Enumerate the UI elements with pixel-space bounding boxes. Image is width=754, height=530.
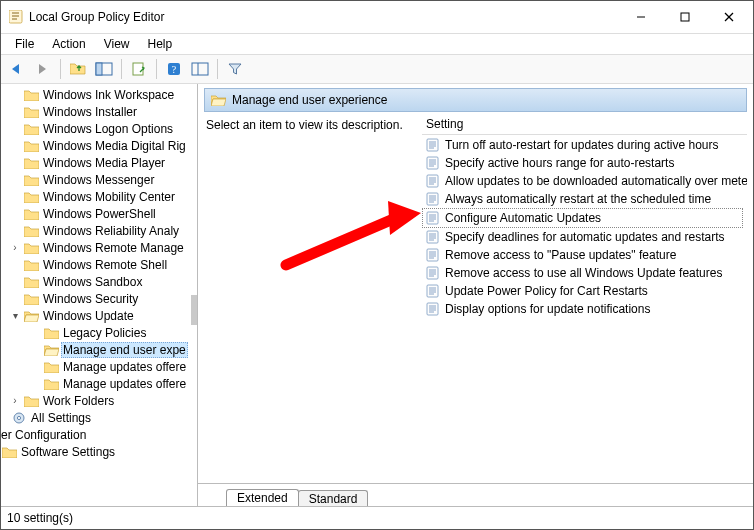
folder-icon — [23, 156, 39, 170]
svg-rect-16 — [96, 63, 102, 75]
list-item[interactable]: Update Power Policy for Cart Restarts — [422, 282, 747, 300]
details-header: Manage end user experience — [204, 88, 747, 112]
folder-icon — [23, 394, 39, 408]
tree-item[interactable]: Windows Logon Options — [1, 120, 197, 137]
menubar: File Action View Help — [1, 34, 753, 54]
list-item[interactable]: Remove access to "Pause updates" feature — [422, 246, 747, 264]
settings-list: Setting Turn off auto-restart for update… — [422, 114, 747, 483]
show-hide-tree-button[interactable] — [92, 57, 116, 81]
folder-icon — [23, 275, 39, 289]
list-item-label: Specify active hours range for auto-rest… — [445, 156, 674, 170]
tree-scrollbar[interactable] — [191, 295, 197, 325]
tab-extended[interactable]: Extended — [226, 489, 299, 506]
menu-action[interactable]: Action — [44, 36, 93, 52]
tab-standard-label: Standard — [309, 492, 358, 506]
export-button[interactable] — [127, 57, 151, 81]
tree-item-label: Manage updates offere — [63, 360, 186, 374]
tree-item[interactable]: Windows Installer — [1, 103, 197, 120]
tree-item[interactable]: Windows Remote Shell — [1, 256, 197, 273]
folder-icon — [23, 309, 39, 323]
tree-item[interactable]: Windows Security — [1, 290, 197, 307]
folder-icon — [23, 224, 39, 238]
folder-icon — [23, 190, 39, 204]
policy-icon — [426, 230, 440, 244]
tree-item[interactable]: ▾Windows Update — [1, 307, 197, 324]
folder-icon — [23, 122, 39, 136]
tree-item[interactable]: Windows Media Digital Rig — [1, 137, 197, 154]
help-button[interactable]: ? — [162, 57, 186, 81]
list-item[interactable]: Turn off auto-restart for updates during… — [422, 136, 747, 154]
tree-item-all-settings[interactable]: All Settings — [1, 409, 197, 426]
tree-item[interactable]: Windows Ink Workspace — [1, 86, 197, 103]
tree-item[interactable]: Software Settings — [1, 443, 197, 460]
toolbar: ? — [1, 54, 753, 84]
folder-icon — [43, 343, 59, 357]
list-item-label: Remove access to use all Windows Update … — [445, 266, 722, 280]
tree-item[interactable]: Manage end user expe — [1, 341, 197, 358]
list-item[interactable]: Allow updates to be downloaded automatic… — [422, 172, 747, 190]
close-button[interactable] — [707, 2, 751, 32]
policy-icon — [426, 266, 440, 280]
folder-icon — [211, 94, 226, 106]
tree-item[interactable]: Windows Media Player — [1, 154, 197, 171]
policy-icon — [426, 138, 440, 152]
description-column: Select an item to view its description. — [204, 114, 422, 483]
tree-item[interactable]: Windows Reliability Analy — [1, 222, 197, 239]
tree-item[interactable]: Manage updates offere — [1, 358, 197, 375]
tree-item[interactable]: Windows PowerShell — [1, 205, 197, 222]
maximize-button[interactable] — [663, 2, 707, 32]
forward-button[interactable] — [31, 57, 55, 81]
list-item[interactable]: Remove access to use all Windows Update … — [422, 264, 747, 282]
policy-icon — [426, 174, 440, 188]
chevron-right-icon[interactable]: › — [9, 395, 21, 406]
tree-item-label: Work Folders — [43, 394, 114, 408]
chevron-down-icon[interactable]: ▾ — [9, 310, 21, 321]
tree-item[interactable]: Manage updates offere — [1, 375, 197, 392]
tree-item-label: Windows Media Digital Rig — [43, 139, 186, 153]
column-header-setting[interactable]: Setting — [422, 114, 747, 135]
svg-rect-20 — [192, 63, 208, 75]
folder-icon — [23, 173, 39, 187]
folder-icon — [23, 258, 39, 272]
menu-file[interactable]: File — [7, 36, 42, 52]
tree-item-label: Windows Media Player — [43, 156, 165, 170]
tree-item-label: Software Settings — [21, 445, 115, 459]
tree-item[interactable]: Windows Mobility Center — [1, 188, 197, 205]
chevron-right-icon[interactable]: › — [9, 242, 21, 253]
list-item[interactable]: Specify active hours range for auto-rest… — [422, 154, 747, 172]
gear-icon — [11, 411, 27, 425]
tab-standard[interactable]: Standard — [298, 490, 369, 506]
tree-item[interactable]: Windows Sandbox — [1, 273, 197, 290]
tree-item-label: er Configuration — [1, 428, 86, 442]
menu-view[interactable]: View — [96, 36, 138, 52]
back-button[interactable] — [5, 57, 29, 81]
tree-item-label: Windows PowerShell — [43, 207, 156, 221]
tree-item[interactable]: ›Work Folders — [1, 392, 197, 409]
statusbar: 10 setting(s) — [1, 506, 753, 529]
tree-item[interactable]: er Configuration — [1, 426, 197, 443]
svg-text:?: ? — [172, 64, 177, 75]
tree-item[interactable]: ›Windows Remote Manage — [1, 239, 197, 256]
folder-icon — [23, 105, 39, 119]
minimize-button[interactable] — [619, 2, 663, 32]
filter-button[interactable] — [223, 57, 247, 81]
tree-item-label: Windows Installer — [43, 105, 137, 119]
status-text: 10 setting(s) — [7, 511, 73, 525]
up-button[interactable] — [66, 57, 90, 81]
description-prompt: Select an item to view its description. — [206, 118, 403, 132]
properties-button[interactable] — [188, 57, 212, 81]
list-item[interactable]: Display options for update notifications — [422, 300, 747, 318]
list-item[interactable]: Configure Automatic Updates — [422, 208, 743, 228]
tree-item-label: All Settings — [31, 411, 91, 425]
column-header-label: Setting — [426, 117, 463, 131]
list-item-label: Remove access to "Pause updates" feature — [445, 248, 676, 262]
tab-extended-label: Extended — [237, 491, 288, 505]
list-item[interactable]: Specify deadlines for automatic updates … — [422, 228, 747, 246]
menu-help[interactable]: Help — [140, 36, 181, 52]
list-item[interactable]: Always automatically restart at the sche… — [422, 190, 747, 208]
svg-rect-12 — [681, 13, 689, 21]
tree-item[interactable]: Windows Messenger — [1, 171, 197, 188]
tree-item[interactable]: Legacy Policies — [1, 324, 197, 341]
tree-pane[interactable]: Windows Ink WorkspaceWindows InstallerWi… — [1, 84, 198, 506]
tree-item-label: Windows Ink Workspace — [43, 88, 174, 102]
